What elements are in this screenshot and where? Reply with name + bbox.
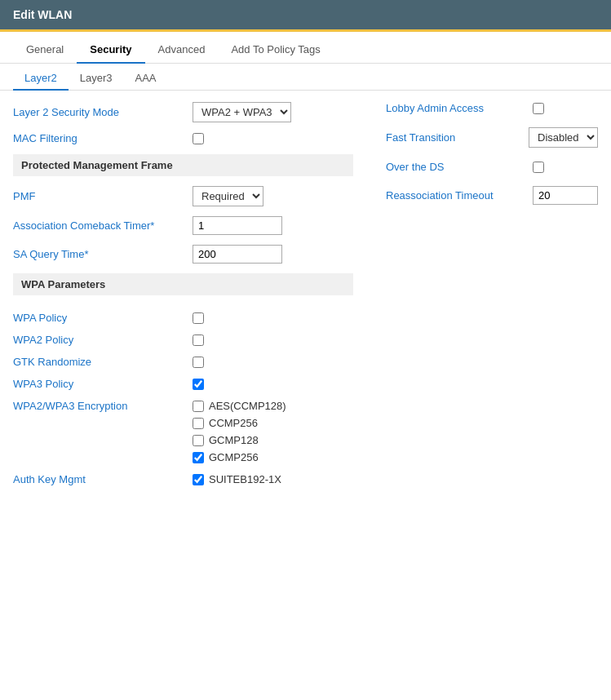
sub-tabs-row: Layer2 Layer3 AAA bbox=[0, 67, 611, 91]
sub-tab-layer2[interactable]: Layer2 bbox=[13, 67, 69, 91]
wpa-policy-label: WPA Policy bbox=[13, 312, 193, 324]
over-ds-row: Over the DS bbox=[386, 161, 598, 173]
enc-ccmp256-item: CCMP256 bbox=[193, 417, 286, 429]
lobby-admin-checkbox[interactable] bbox=[533, 103, 544, 114]
pmf-select[interactable]: Required bbox=[193, 186, 263, 206]
tab-advanced[interactable]: Advanced bbox=[145, 37, 219, 64]
mac-filtering-label: MAC Filtering bbox=[13, 132, 193, 144]
pmf-label: PMF bbox=[13, 190, 193, 202]
tabs-row: General Security Advanced Add To Policy … bbox=[0, 37, 611, 64]
encryption-options: AES(CCMP128) CCMP256 GCMP128 GCMP256 bbox=[193, 400, 286, 463]
tab-general[interactable]: General bbox=[13, 37, 77, 64]
auth-key-row: Auth Key Mgmt SUITEB192-1X bbox=[13, 473, 353, 485]
auth-suiteb192-label: SUITEB192-1X bbox=[209, 473, 281, 485]
auth-suiteb192-checkbox[interactable] bbox=[193, 474, 204, 485]
auth-key-options: SUITEB192-1X bbox=[193, 473, 281, 485]
lobby-admin-label: Lobby Admin Access bbox=[386, 102, 533, 114]
reassoc-timeout-label: Reassociation Timeout bbox=[386, 189, 533, 202]
fast-transition-label: Fast Transition bbox=[386, 131, 529, 144]
sa-query-input[interactable] bbox=[193, 245, 282, 264]
association-input[interactable] bbox=[193, 216, 282, 235]
left-column: Layer 2 Security Mode WPA2 + WPA3 MAC Fi… bbox=[13, 102, 353, 495]
wpa3-policy-label: WPA3 Policy bbox=[13, 378, 193, 390]
association-label: Association Comeback Timer* bbox=[13, 219, 193, 232]
yellow-bar bbox=[0, 29, 611, 32]
gtk-checkbox[interactable] bbox=[193, 357, 204, 368]
gtk-label: GTK Randomize bbox=[13, 356, 193, 368]
pmf-row: PMF Required bbox=[13, 186, 353, 206]
tab-security[interactable]: Security bbox=[77, 37, 144, 64]
sa-query-row: SA Query Time* bbox=[13, 245, 353, 264]
enc-gcmp128-checkbox[interactable] bbox=[193, 435, 204, 446]
wpa3-policy-row: WPA3 Policy bbox=[13, 378, 353, 390]
fast-transition-select[interactable]: Disabled bbox=[529, 127, 598, 148]
association-row: Association Comeback Timer* bbox=[13, 216, 353, 235]
wpa-policy-row: WPA Policy bbox=[13, 312, 353, 324]
enc-aes-item: AES(CCMP128) bbox=[193, 400, 286, 412]
sub-tab-aaa[interactable]: AAA bbox=[124, 67, 168, 91]
title-bar: Edit WLAN bbox=[0, 0, 611, 29]
pmf-section-header: Protected Management Frame bbox=[13, 154, 353, 176]
enc-aes-checkbox[interactable] bbox=[193, 401, 204, 412]
gtk-row: GTK Randomize bbox=[13, 356, 353, 368]
lobby-admin-row: Lobby Admin Access bbox=[386, 102, 598, 114]
wpa2-policy-row: WPA2 Policy bbox=[13, 334, 353, 346]
reassoc-timeout-row: Reassociation Timeout bbox=[386, 186, 598, 205]
layer2-security-select[interactable]: WPA2 + WPA3 bbox=[193, 102, 291, 122]
wpa2-wpa3-enc-label: WPA2/WPA3 Encryption bbox=[13, 400, 193, 412]
enc-ccmp256-label: CCMP256 bbox=[209, 417, 258, 429]
layer2-security-label: Layer 2 Security Mode bbox=[13, 106, 193, 118]
wpa-policy-checkbox[interactable] bbox=[193, 312, 204, 324]
enc-gcmp256-item: GCMP256 bbox=[193, 451, 286, 463]
enc-gcmp128-item: GCMP128 bbox=[193, 434, 286, 446]
enc-ccmp256-checkbox[interactable] bbox=[193, 418, 204, 429]
enc-gcmp256-label: GCMP256 bbox=[209, 451, 259, 463]
enc-aes-label: AES(CCMP128) bbox=[209, 400, 286, 412]
reassoc-timeout-input[interactable] bbox=[533, 186, 598, 205]
mac-filtering-checkbox[interactable] bbox=[193, 133, 204, 144]
wpa2-policy-checkbox[interactable] bbox=[193, 334, 204, 346]
sub-tab-layer3[interactable]: Layer3 bbox=[69, 67, 124, 91]
layer2-security-row: Layer 2 Security Mode WPA2 + WPA3 bbox=[13, 102, 353, 122]
auth-key-label: Auth Key Mgmt bbox=[13, 473, 193, 485]
tab-policy-tags[interactable]: Add To Policy Tags bbox=[218, 37, 333, 64]
enc-gcmp128-label: GCMP128 bbox=[209, 434, 259, 446]
auth-suiteb192-item: SUITEB192-1X bbox=[193, 473, 281, 485]
right-column: Lobby Admin Access Fast Transition Disab… bbox=[370, 102, 598, 495]
over-ds-checkbox[interactable] bbox=[533, 162, 544, 173]
wpa3-policy-checkbox[interactable] bbox=[193, 379, 204, 390]
sa-query-label: SA Query Time* bbox=[13, 248, 193, 260]
page-title: Edit WLAN bbox=[13, 8, 72, 21]
over-ds-label: Over the DS bbox=[386, 161, 533, 173]
wpa-section-header: WPA Parameters bbox=[13, 273, 353, 295]
wpa2-wpa3-enc-row: WPA2/WPA3 Encryption AES(CCMP128) CCMP25… bbox=[13, 400, 353, 463]
enc-gcmp256-checkbox[interactable] bbox=[193, 452, 204, 463]
mac-filtering-row: MAC Filtering bbox=[13, 132, 353, 144]
wpa2-policy-label: WPA2 Policy bbox=[13, 334, 193, 346]
fast-transition-row: Fast Transition Disabled bbox=[386, 127, 598, 148]
